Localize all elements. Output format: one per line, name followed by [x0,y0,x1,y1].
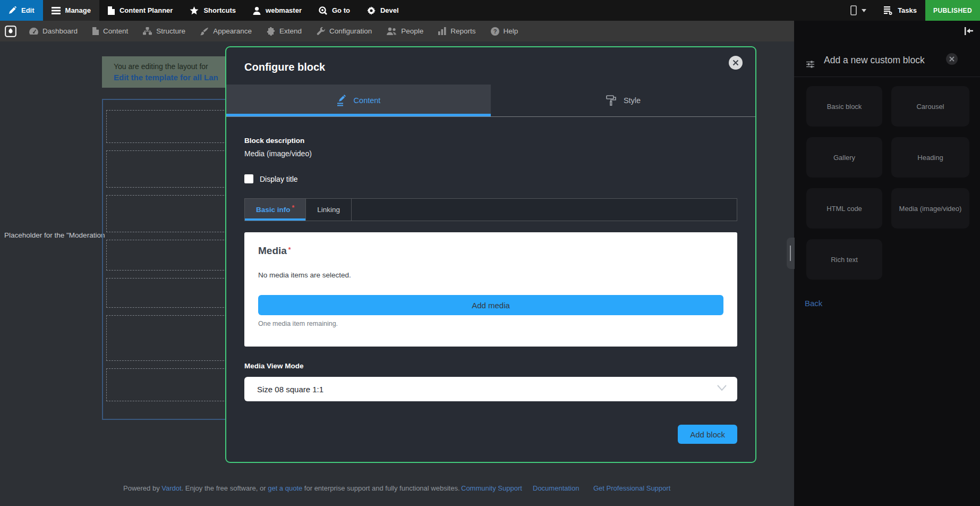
published-status-badge[interactable]: PUBLISHED [925,0,980,21]
nav-reports[interactable]: Reports [431,27,483,35]
user-icon [253,6,261,15]
community-support-link[interactable]: Community Support [461,484,522,492]
svg-text:?: ? [493,28,497,35]
required-marker: * [288,246,291,254]
help-icon: ? [491,27,499,36]
block-type-rich-text[interactable]: Rich text [806,239,882,280]
dialog-tabs: Content Style [226,85,755,117]
chevron-down-icon [717,385,727,391]
sidebar-top-strip [794,21,980,41]
nav-reports-label: Reports [450,27,475,35]
user-label: webmaster [266,6,302,14]
media-legend-text: Media [258,245,287,256]
file-icon [92,27,99,35]
paint-roller-icon [606,95,617,106]
display-title-field[interactable]: Display title [244,174,737,183]
block-type-basic-block[interactable]: Basic block [806,86,882,126]
page-footer: Powered by Vardot. Enjoy the free softwa… [0,481,794,497]
block-type-html-code[interactable]: HTML code [806,188,882,229]
documentation-link[interactable]: Documentation [533,484,579,492]
close-icon [949,56,955,62]
required-marker: * [292,204,295,212]
nav-dashboard[interactable]: Dashboard [22,27,85,35]
wrench-icon [317,27,325,36]
add-block-button[interactable]: Add block [678,425,737,444]
block-type-heading[interactable]: Heading [891,137,969,178]
media-legend: Media* [258,245,723,257]
block-type-media[interactable]: Media (image/video) [891,188,969,229]
search-icon [319,6,327,15]
sitemap-icon [143,27,152,35]
add-media-button[interactable]: Add media [258,295,723,315]
tab-basic-info[interactable]: Basic info* [245,199,306,221]
tray-resize-handle[interactable] [787,238,795,269]
tab-style[interactable]: Style [491,85,755,116]
people-icon [387,27,397,35]
sidebar-header: Add a new custom block [794,41,980,77]
gauge-icon [29,27,38,35]
configure-block-dialog: Configure block Content Style Block desc… [225,46,756,463]
goto-button[interactable]: Go to [310,0,359,21]
dialog-title: Configure block [226,47,755,73]
toolbar-spacer [407,0,842,21]
sliders-icon [806,61,814,68]
bar-chart-icon [438,27,446,35]
media-view-mode-select[interactable]: Size 08 square 1:1 [244,377,737,401]
field-group-tabs: Basic info* Linking [244,198,737,221]
close-icon [732,60,739,66]
caret-down-icon [862,9,866,12]
shortcuts-button[interactable]: Shortcuts [181,0,244,21]
powered-suffix: for enterprise support and fully functio… [302,484,459,492]
dialog-close-button[interactable] [729,56,743,70]
pencil-icon [8,6,16,14]
goto-label: Go to [332,6,350,14]
shortcuts-label: Shortcuts [203,6,236,14]
dialog-actions: Add block [244,425,737,444]
tab-content[interactable]: Content [226,85,491,116]
tab-style-label: Style [624,96,641,105]
block-type-gallery[interactable]: Gallery [806,137,882,178]
nav-appearance[interactable]: Appearance [193,27,259,36]
devel-button[interactable]: Devel [359,0,407,21]
file-icon [108,6,115,15]
nav-extend[interactable]: Extend [259,27,309,36]
powered-middle: . Enjoy the free software, or [182,484,268,492]
devel-label: Devel [380,6,399,14]
nav-people[interactable]: People [379,27,431,35]
drupal-logo-icon[interactable] [0,26,22,37]
professional-support-link[interactable]: Get Professional Support [593,484,670,492]
menu-icon [52,7,61,14]
nav-content[interactable]: Content [85,27,135,35]
top-toolbar: Edit Manage Content Planner Shortcuts we… [0,0,980,21]
content-planner-button[interactable]: Content Planner [99,0,181,21]
block-type-carousel[interactable]: Carousel [891,86,969,126]
nav-appearance-label: Appearance [213,27,252,35]
tabs-divider [244,221,737,221]
media-remaining-text: One media item remaining. [258,320,723,327]
tab-basic-info-label: Basic info [256,206,291,214]
tasks-button[interactable]: Tasks [875,0,925,21]
powered-prefix: Powered by [123,484,161,492]
device-preview-button[interactable] [842,0,875,21]
vardot-link[interactable]: Vardot [161,484,181,492]
powered-by-text: Powered by Vardot. Enjoy the free softwa… [123,484,460,492]
nav-structure[interactable]: Structure [135,27,193,35]
back-link[interactable]: Back [805,299,980,308]
nav-configuration[interactable]: Configuration [309,27,379,36]
media-view-mode-label: Media View Mode [244,362,737,370]
sidebar-close-button[interactable] [946,53,958,65]
edit-button[interactable]: Edit [0,0,43,21]
collapse-tray-icon[interactable] [964,27,973,35]
puzzle-icon [267,27,275,36]
manage-button[interactable]: Manage [43,0,99,21]
nav-extend-label: Extend [279,27,302,35]
block-type-grid: Basic block Carousel Gallery Heading HTM… [806,86,980,280]
tab-linking[interactable]: Linking [306,199,352,221]
content-planner-label: Content Planner [120,6,173,14]
display-title-checkbox[interactable] [244,174,253,183]
get-a-quote-link[interactable]: get a quote [268,484,302,492]
nav-help[interactable]: ? Help [483,27,526,36]
edit-label: Edit [21,6,35,14]
dialog-body: Block description Media (image/video) Di… [244,117,737,462]
user-menu-button[interactable]: webmaster [244,0,310,21]
